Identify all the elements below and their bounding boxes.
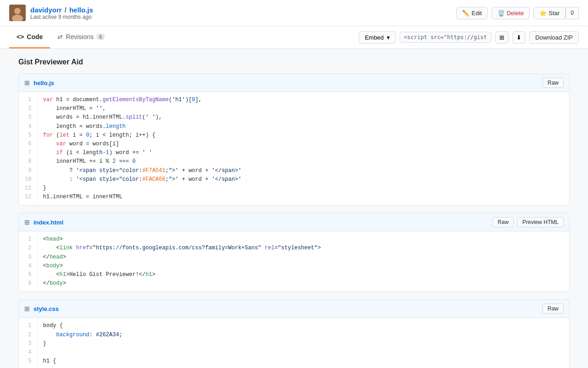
download-icon-button[interactable]: ⬇ (512, 31, 526, 44)
line-number: 12 (19, 193, 37, 205)
file-header-style-css: ⊞ style.css Raw (19, 300, 569, 318)
embed-button[interactable]: Embed ▾ (359, 31, 396, 44)
file-icon: ⊞ (24, 218, 30, 226)
code-area-index-html: 1 <head> 2 <link href="https://fonts.goo… (19, 231, 569, 292)
tabs-bar: <> Code ⇄ Revisions 6 Embed ▾ ⊞ ⬇ Downlo… (0, 26, 588, 49)
file-header-left: ⊞ hello.js (24, 79, 54, 86)
star-icon: ⭐ (539, 10, 547, 17)
line-code: h1.innerHTML = innerHTML (37, 193, 569, 205)
file-header-right: Raw (543, 304, 564, 314)
line-code: : '<span style="color:#FACA66;">' + word… (37, 175, 569, 184)
file-name-style-css[interactable]: style.css (34, 305, 59, 312)
username-gist: davidyorr / hello.js (30, 6, 93, 14)
file-header-right: Raw (543, 78, 564, 88)
table-row: 7 if (i < length-1) word += ' ' (19, 149, 569, 157)
tab-revisions-label: Revisions (66, 33, 94, 40)
file-block-style-css: ⊞ style.css Raw 1 body { 2 background: #… (18, 299, 570, 368)
edit-button[interactable]: ✏️ Edit (456, 7, 487, 19)
line-code: innerHTML += i % 2 === 0 (37, 157, 569, 166)
raw-button-index-html[interactable]: Raw (492, 217, 514, 227)
table-row: 2 <link href="https://fonts.googleapis.c… (19, 244, 569, 253)
page-title: Gist Previewer Aid (18, 58, 570, 66)
table-row: 2 background: #262A34; (19, 331, 569, 339)
line-code: ? '<span style="color:#F7A541;">' + word… (37, 167, 569, 175)
line-number: 5 (19, 270, 37, 279)
tab-revisions[interactable]: ⇄ Revisions 6 (50, 26, 112, 48)
file-name-hello-js[interactable]: hello.js (34, 80, 54, 86)
line-code: <head> (37, 231, 569, 244)
username-link[interactable]: davidyorr (30, 6, 62, 14)
line-code: } (37, 184, 569, 193)
line-code: </head> (37, 253, 569, 262)
tab-actions: Embed ▾ ⊞ ⬇ Download ZIP (359, 31, 579, 44)
line-code: for (let i = 0; i < length; i++) { (37, 131, 569, 140)
slash-separator: / (65, 6, 67, 14)
revisions-icon: ⇄ (57, 33, 63, 40)
preview-html-button[interactable]: Preview HTML (517, 217, 564, 227)
line-code: length = words.length (37, 122, 569, 131)
line-number: 2 (19, 244, 37, 253)
line-number: 7 (19, 149, 37, 157)
raw-button-hello-js[interactable]: Raw (543, 78, 564, 88)
download-icon: ⬇ (516, 34, 521, 41)
line-code: words = h1.innerHTML.split(' '), (37, 113, 569, 122)
file-name-index-html[interactable]: index.html (34, 219, 63, 226)
code-table-index-html: 1 <head> 2 <link href="https://fonts.goo… (19, 231, 569, 292)
line-number: 5 (19, 131, 37, 140)
copy-button[interactable]: ⊞ (495, 31, 509, 44)
table-row: 6 </body> (19, 279, 569, 292)
chevron-down-icon: ▾ (387, 34, 390, 41)
tab-code-label: Code (27, 33, 43, 40)
line-number: 11 (19, 184, 37, 193)
line-code (37, 348, 569, 357)
table-row: 4 length = words.length (19, 122, 569, 131)
line-number: 3 (19, 113, 37, 122)
line-number: 2 (19, 331, 37, 339)
file-icon: ⊞ (24, 305, 30, 312)
table-row: 12 h1.innerHTML = innerHTML (19, 193, 569, 205)
file-header-right: Raw Preview HTML (492, 217, 564, 227)
line-number: 1 (19, 318, 37, 330)
line-number: 10 (19, 175, 37, 184)
file-block-hello-js: ⊞ hello.js Raw 1 var h1 = document.getEl… (18, 74, 570, 206)
code-area-hello-js: 1 var h1 = document.getElementsByTagName… (19, 92, 569, 205)
edit-label: Edit (471, 10, 481, 17)
edit-icon: ✏️ (462, 10, 469, 17)
table-row: 6 var word = words[i] (19, 140, 569, 149)
star-count[interactable]: 0 (565, 7, 579, 19)
delete-button[interactable]: 🗑️ Delete (492, 7, 530, 19)
file-header-left: ⊞ index.html (24, 218, 63, 226)
table-row: 5 for (let i = 0; i < length; i++) { (19, 131, 569, 140)
line-code: var word = words[i] (37, 140, 569, 149)
code-area-style-css: 1 body { 2 background: #262A34; 3 } 4 (19, 318, 569, 368)
line-number: 2 (19, 104, 37, 113)
line-number: 8 (19, 157, 37, 166)
line-number: 9 (19, 167, 37, 175)
line-number: 6 (19, 279, 37, 292)
line-code: <link href="https://fonts.googleapis.com… (37, 244, 569, 253)
embed-label: Embed (365, 34, 384, 41)
table-row: 9 ? '<span style="color:#F7A541;">' + wo… (19, 167, 569, 175)
table-row: 4 <body> (19, 262, 569, 270)
line-code: } (37, 339, 569, 348)
tab-code[interactable]: <> Code (9, 26, 50, 48)
table-row: 3 words = h1.innerHTML.split(' '), (19, 113, 569, 122)
star-button[interactable]: ⭐ Star (533, 7, 565, 19)
star-label: Star (548, 10, 560, 17)
user-info: davidyorr / hello.js Last active 9 month… (30, 6, 93, 20)
table-row: 3 } (19, 339, 569, 348)
raw-button-style-css[interactable]: Raw (543, 304, 564, 314)
table-row: 5 <h1>Hello Gist Previewer!</h1> (19, 270, 569, 279)
line-number: 5 (19, 357, 37, 368)
header-left: davidyorr / hello.js Last active 9 month… (9, 5, 93, 21)
line-code: <h1>Hello Gist Previewer!</h1> (37, 270, 569, 279)
line-code: background: #262A34; (37, 331, 569, 339)
line-number: 3 (19, 339, 37, 348)
delete-label: Delete (507, 10, 524, 17)
download-zip-button[interactable]: Download ZIP (529, 31, 579, 44)
gist-name-link[interactable]: hello.js (69, 6, 93, 14)
line-number: 6 (19, 140, 37, 149)
download-zip-label: Download ZIP (535, 34, 573, 41)
header-actions: ✏️ Edit 🗑️ Delete ⭐ Star 0 (456, 7, 579, 19)
embed-script-input[interactable] (400, 32, 492, 43)
